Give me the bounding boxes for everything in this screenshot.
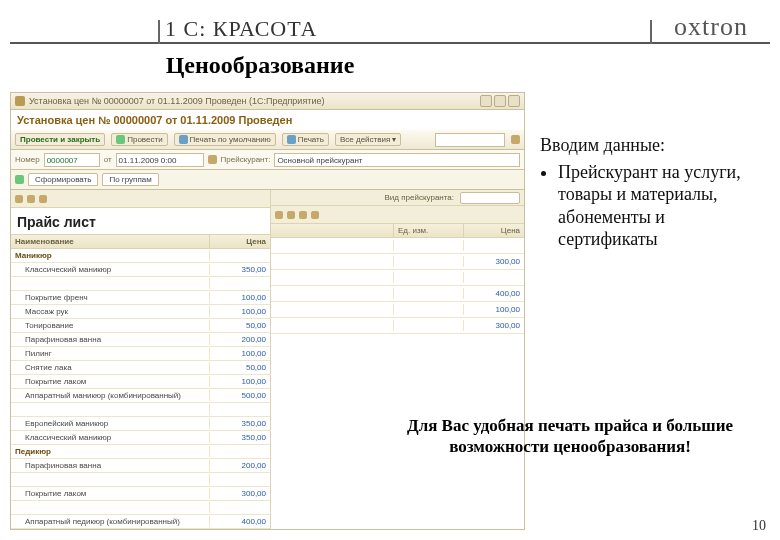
right-toolbar [271, 206, 524, 224]
col-name: Наименование [11, 235, 210, 248]
window-title: Установка цен № 00000007 от 01.11.2009 П… [29, 96, 476, 106]
left-toolbar [11, 190, 270, 208]
right-grid-body[interactable]: 300,00 400,00 100,00 300,00 [271, 238, 524, 334]
table-row[interactable] [271, 270, 524, 286]
post-icon [116, 135, 125, 144]
tool-icon[interactable] [311, 211, 319, 219]
print-button[interactable]: Печать [282, 133, 329, 146]
tool-icon[interactable] [299, 211, 307, 219]
table-row[interactable] [11, 403, 270, 417]
side-annotation: Вводим данные: Прейскурант на услуги, то… [540, 134, 760, 251]
date-field[interactable]: 01.11.2009 0:00 [116, 153, 204, 167]
table-row[interactable]: Снятие лака50,00 [11, 361, 270, 375]
rule-tick [158, 20, 160, 44]
tab-form[interactable]: Сформировать [28, 173, 98, 186]
slide-title: Ценообразование [10, 52, 510, 79]
table-row[interactable] [11, 501, 270, 515]
table-row[interactable]: Маникюр [11, 249, 270, 263]
all-actions-label: Все действия [340, 135, 390, 144]
tool-icon[interactable] [287, 211, 295, 219]
left-grid-header: Наименование Цена [11, 234, 270, 249]
window-titlebar[interactable]: Установка цен № 00000007 от 01.11.2009 П… [10, 92, 525, 110]
table-row[interactable]: Аппаратный педикюр (комбинированный)400,… [11, 515, 270, 529]
table-row[interactable] [11, 277, 270, 291]
col-unit: Ед. изм. [394, 224, 464, 237]
pricelist-field[interactable]: Основной прейскурант [274, 153, 520, 167]
post-button[interactable]: Провести [111, 133, 167, 146]
print-default-button[interactable]: Печать по умолчанию [174, 133, 276, 146]
pricelist-type-field[interactable] [460, 192, 520, 204]
right-top-bar: Вид прейскуранта: [271, 190, 524, 206]
product-name: 1 С: КРАСОТА [165, 16, 317, 42]
tab-bar: Сформировать По группам [10, 170, 525, 190]
pricelist-label: Прейскурант: [221, 155, 271, 164]
table-row[interactable]: Парафиновая ванна200,00 [11, 333, 270, 347]
help-icon[interactable] [511, 135, 520, 144]
table-row[interactable]: Парафиновая ванна200,00 [11, 459, 270, 473]
col-price: Цена [210, 235, 270, 248]
pricelist-type-label: Вид прейскуранта: [385, 193, 454, 202]
tool-icon[interactable] [15, 195, 23, 203]
table-row[interactable]: Покрытие френч100,00 [11, 291, 270, 305]
close-button[interactable] [508, 95, 520, 107]
table-row[interactable]: Аппаратный маникюр (комбинированный)500,… [11, 389, 270, 403]
content-area: Прайс лист Наименование Цена МаникюрКлас… [10, 190, 525, 530]
table-row[interactable]: 400,00 [271, 286, 524, 302]
print-label: Печать [298, 135, 324, 144]
bottom-annotation: Для Вас удобная печать прайса и большие … [390, 415, 750, 458]
maximize-button[interactable] [494, 95, 506, 107]
main-toolbar: Провести и закрыть Провести Печать по ум… [10, 130, 525, 150]
tool-icon[interactable] [275, 211, 283, 219]
side-bullet: Прейскурант на услуги, товары и материал… [558, 161, 760, 251]
side-title: Вводим данные: [540, 134, 760, 157]
col-price-r: Цена [464, 224, 524, 237]
table-row[interactable]: Классический маникюр350,00 [11, 431, 270, 445]
app-icon [15, 96, 25, 106]
tool-icon[interactable] [27, 195, 35, 203]
table-row[interactable]: Массаж рук100,00 [11, 305, 270, 319]
table-row[interactable]: Пилинг100,00 [11, 347, 270, 361]
table-row[interactable]: 100,00 [271, 302, 524, 318]
table-row[interactable] [11, 473, 270, 487]
tab-groups[interactable]: По группам [102, 173, 158, 186]
print-default-label: Печать по умолчанию [190, 135, 271, 144]
form-row: Номер 0000007 от 01.11.2009 0:00 Прейску… [10, 150, 525, 170]
table-row[interactable]: 300,00 [271, 254, 524, 270]
right-grid-header: Ед. изм. Цена [271, 224, 524, 238]
table-row[interactable]: Европейский маникюр350,00 [11, 417, 270, 431]
tool-icon[interactable] [39, 195, 47, 203]
table-row[interactable]: Покрытие лаком100,00 [11, 375, 270, 389]
number-label: Номер [15, 155, 40, 164]
table-row[interactable]: 300,00 [271, 318, 524, 334]
all-actions-dropdown[interactable]: Все действия ▾ [335, 133, 401, 146]
table-row[interactable]: Классический маникюр350,00 [11, 263, 270, 277]
date-label: от [104, 155, 112, 164]
save-label: Провести и закрыть [20, 135, 100, 144]
document-title: Установка цен № 00000007 от 01.11.2009 П… [10, 110, 525, 130]
printer-icon [287, 135, 296, 144]
search-input[interactable] [435, 133, 505, 147]
post-label: Провести [127, 135, 162, 144]
right-pane: Вид прейскуранта: Ед. изм. Цена 300,00 4… [271, 190, 524, 529]
action-icon[interactable] [15, 175, 24, 184]
table-row[interactable]: Покрытие лаком300,00 [11, 487, 270, 501]
slide-header-rule: 1 С: КРАСОТА oxtron [10, 20, 770, 44]
brand-name: oxtron [674, 12, 748, 42]
table-row[interactable] [271, 238, 524, 254]
page-number: 10 [752, 518, 766, 534]
price-list-title: Прайс лист [11, 208, 270, 234]
left-grid-body[interactable]: МаникюрКлассический маникюр350,00 Покрыт… [11, 249, 270, 529]
rule-tick [650, 20, 652, 44]
number-field[interactable]: 0000007 [44, 153, 100, 167]
minimize-button[interactable] [480, 95, 492, 107]
calendar-icon[interactable] [208, 155, 217, 164]
left-pane: Прайс лист Наименование Цена МаникюрКлас… [11, 190, 271, 529]
table-row[interactable]: Тонирование50,00 [11, 319, 270, 333]
window-controls [480, 95, 520, 107]
save-and-close-button[interactable]: Провести и закрыть [15, 133, 105, 146]
table-row[interactable]: Педикюр [11, 445, 270, 459]
col-a [271, 224, 394, 237]
printer-icon [179, 135, 188, 144]
